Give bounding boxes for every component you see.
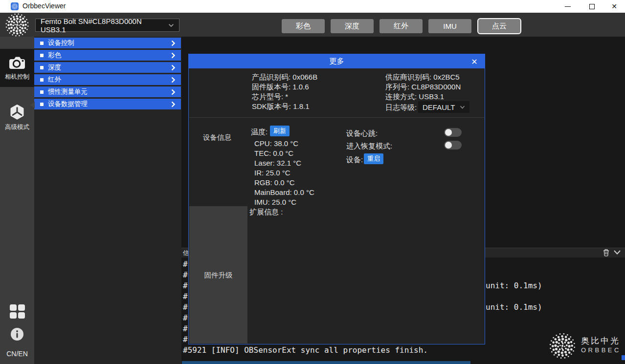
chevron-down-icon [168,23,174,27]
menu-item-color[interactable]: 彩色 [34,50,181,61]
brand-name-cn: 奥比中光 [581,335,620,346]
camera-icon [8,56,26,70]
bullet-icon [40,66,44,69]
stream-button-ir[interactable]: 红外 [379,19,423,33]
menu-item-imu[interactable]: 惯性测量单元 [34,86,181,97]
maximize-button[interactable] [583,0,601,13]
stream-button-color[interactable]: 彩色 [282,19,325,33]
refresh-temperature-button[interactable]: 刷新 [270,126,290,136]
grid-icon [9,304,25,320]
dialog-close-button[interactable]: ✕ [469,57,480,66]
stream-button-depth[interactable]: 深度 [331,19,374,33]
log-line-fragment: unit: 0.1ms) [486,302,542,312]
chevron-down-icon [613,250,621,255]
icon-sidebar: 相机控制 高级模式 [0,37,34,364]
temperature-reading: TEC: 0.0 °C [254,149,314,158]
collapse-log-button[interactable] [613,250,621,255]
close-icon: ✕ [611,3,617,10]
orbbecviewer-window: OrbbecViewer ✕ Femto Bolt SN#CL8P83D000N… [0,0,625,364]
toggle-knob [445,129,452,136]
restart-device-button[interactable]: 重启 [364,153,383,164]
stream-button-pointcloud[interactable]: 点云 [477,18,521,34]
bullet-icon [40,103,44,106]
identity-row: 供应商识别码: 0x2BC5 [385,72,461,82]
app-title: OrbbecViewer [22,2,66,10]
log-line: # [183,302,188,312]
menu-item-ir[interactable]: 红外 [34,74,181,85]
minimize-button[interactable] [559,0,577,13]
firmware-upgrade-section[interactable]: 固件升级 [189,206,247,343]
menu-item-label: 惯性测量单元 [48,87,88,96]
temperature-reading: CPU: 38.0 °C [254,139,314,149]
info-icon [10,327,24,341]
sidebar-item-camera-control[interactable]: 相机控制 [0,49,34,87]
firmware-upgrade-label: 固件升级 [189,271,247,280]
device-selector-value: Femto Bolt SN#CL8P83D000N USB3.1 [41,17,168,34]
menu-item-depth[interactable]: 深度 [34,62,181,73]
device-label: 设备: [346,155,363,165]
dialog-title: 更多 [330,57,344,66]
apps-grid-button[interactable] [0,304,34,320]
temperature-reading: Laser: 32.1 °C [254,158,314,168]
maximize-icon [589,4,595,9]
log-line: # [183,270,188,279]
sidebar-item-label: 相机控制 [5,73,29,81]
identity-row: 固件版本号: 1.0.6 [252,82,317,92]
log-level-value: DEFAULT [423,103,455,111]
stream-button-imu[interactable]: IMU [428,19,471,33]
temperature-reading: MainBoard: 0.0 °C [254,188,314,197]
log-line: # [183,335,188,344]
clear-log-button[interactable] [602,248,610,257]
chevron-right-icon [171,101,175,107]
sidebar-item-advanced-mode[interactable]: 高级模式 [0,104,34,131]
chevron-right-icon [171,89,175,95]
chevron-down-icon [460,106,465,109]
temperature-readings: CPU: 38.0 °C TEC: 0.0 °C Laser: 32.1 °C … [254,139,314,207]
log-level-select[interactable]: DEFAULT [418,101,469,113]
extended-info-label: 扩展信息 : [249,207,283,217]
stream-toggle-row: 彩色 深度 红外 IMU 点云 [282,18,521,34]
identity-row: 芯片型号: * [252,92,317,102]
device-identity-right: 供应商识别码: 0x2BC5 序列号: CL8P83D000N 连接方式: US… [385,72,461,102]
menu-item-label: 设备控制 [48,39,74,47]
temperature-reading: IR: 25.0 °C [254,168,314,178]
active-item-notch [30,102,35,108]
recovery-mode-toggle[interactable] [444,141,462,150]
chevron-right-icon [171,52,175,59]
log-line-last: #5921 [INFO] OBSensorExt sync all proper… [183,345,428,355]
device-identity-left: 产品识别码: 0x066B 固件版本号: 1.0.6 芯片型号: * SDK版本… [252,72,317,111]
control-menu: 设备控制 彩色 深度 红外 惯性测量单元 [34,38,181,111]
heartbeat-toggle[interactable] [444,128,462,137]
trash-icon [602,248,610,257]
minimize-icon [565,6,571,7]
recovery-mode-label: 进入恢复模式: [346,141,392,151]
menu-item-label: 深度 [48,63,61,72]
log-horizontal-scrollbar[interactable] [182,361,470,364]
menu-item-label: 红外 [48,75,61,84]
menu-item-device-data-management[interactable]: 设备数据管理 [34,99,181,109]
more-dialog: 更多 ✕ 产品识别码: 0x066B 固件版本号: 1.0.6 芯片型号: * … [188,54,485,344]
about-button[interactable] [0,327,34,341]
identity-row: 连接方式: USB3.1 [385,92,461,102]
temperature-label: 温度: [251,127,268,137]
menu-item-device-control[interactable]: 设备控制 [34,38,181,48]
close-button[interactable]: ✕ [605,0,623,13]
cube-icon [8,104,26,121]
orbbec-footer-logo-icon [548,331,577,361]
log-line: # [183,313,188,322]
bullet-icon [40,54,44,57]
dialog-header[interactable]: 更多 ✕ [189,54,485,68]
dialog-divider [189,117,484,118]
identity-row: 产品识别码: 0x066B [252,72,317,82]
log-line: # [183,292,188,301]
menu-item-label: 彩色 [48,51,61,60]
language-toggle[interactable]: CN/EN [0,350,34,358]
chevron-right-icon [171,77,175,83]
bullet-icon [40,78,44,82]
temperature-reading: RGB: 0.0 °C [254,178,314,188]
device-selector[interactable]: Femto Bolt SN#CL8P83D000N USB3.1 [35,19,179,32]
temperature-reading: IMU: 25.0 °C [254,197,314,207]
log-line: # [183,259,188,269]
menu-item-label: 设备数据管理 [48,100,88,108]
identity-row: SDK版本号: 1.8.1 [252,102,317,111]
